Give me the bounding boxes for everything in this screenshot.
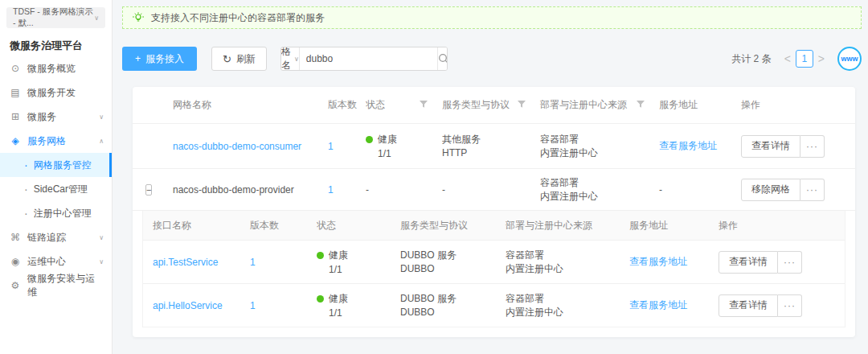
more-actions-button[interactable]: ··· (778, 251, 802, 274)
deploy-source-cell: 容器部署 内置注册中心 (506, 292, 629, 319)
mesh-name-link[interactable]: nacos-dubbo-demo-consumer (173, 141, 301, 152)
sidebar-item-service-mesh[interactable]: ◈ 服务网格 ∧ (0, 129, 112, 153)
table-row: − nacos-dubbo-demo-provider 1 - - 容器部署 内… (133, 169, 855, 211)
microservice-icon: ⊞ (10, 111, 21, 122)
versions-link[interactable]: 1 (328, 184, 334, 196)
row-actions: 查看详情 ··· (719, 251, 835, 274)
total-count: 共计 2 条 (731, 52, 771, 66)
filter-icon[interactable] (518, 100, 526, 111)
refresh-icon: ↻ (223, 53, 231, 65)
col-service-address: 服务地址 (629, 219, 719, 233)
view-address-link[interactable]: 查看服务地址 (659, 140, 717, 151)
view-detail-button[interactable]: 查看详情 (719, 294, 778, 317)
sidebar-item-ops[interactable]: ◉ 运维中心 ∨ (0, 249, 112, 274)
main-content: 支持接入不同注册中心的容器部署的服务 + 服务接入 ↻ 刷新 网格名称 ∨ 共 (113, 0, 868, 354)
sidebar-item-label: 网格服务管控 (34, 158, 92, 172)
platform-title: 微服务治理平台 (10, 39, 112, 53)
status-label: 健康 (329, 249, 348, 262)
search-input[interactable] (300, 47, 437, 70)
sidebar-item-label: 微服务开发 (27, 86, 76, 100)
mesh-icon: ◈ (10, 135, 21, 146)
sidebar-item-trace[interactable]: ⌘ 链路追踪 ∨ (0, 225, 112, 249)
more-actions-button[interactable]: ··· (778, 294, 802, 317)
more-actions-button[interactable]: ··· (800, 135, 825, 158)
sidebar-item-mesh-service-control[interactable]: · 网格服务管控 (0, 153, 112, 177)
col-interface-name: 接口名称 (153, 219, 250, 233)
trace-icon: ⌘ (10, 232, 21, 243)
interface-name-link[interactable]: api.HelloService (153, 300, 223, 311)
sidebar-item-label: 注册中心管理 (34, 207, 92, 220)
versions-link[interactable]: 1 (328, 141, 334, 152)
row-actions: 移除网格 ··· (741, 179, 842, 201)
page-number[interactable]: 1 (796, 50, 813, 68)
refresh-label: 刷新 (236, 52, 256, 66)
chevron-down-icon: ∨ (294, 56, 299, 63)
table-row: nacos-dubbo-demo-consumer 1 健康 1/1 其他服务 … (133, 124, 855, 169)
chevron-down-icon: ∨ (94, 14, 99, 22)
prev-page-icon[interactable]: < (780, 52, 796, 65)
www-widget[interactable]: www (837, 47, 862, 71)
col-service-type: 服务类型与协议 (442, 98, 540, 112)
sidebar-item-install[interactable]: ⚙ 微服务安装与运维 (0, 274, 112, 298)
chevron-down-icon: ∨ (99, 258, 104, 266)
service-type-cell: DUBBO 服务 DUBBO (400, 249, 506, 276)
col-actions: 操作 (719, 219, 835, 233)
view-address-link[interactable]: 查看服务地址 (629, 299, 687, 311)
bullet-icon: · (24, 207, 28, 220)
deploy-source-cell: 容器部署 内置注册中心 (540, 133, 659, 160)
search-field-select[interactable]: 网格名称 ∨ (281, 47, 300, 70)
tip-banner: 支持接入不同注册中心的容器部署的服务 (122, 6, 862, 29)
sidebar-item-label: 链路追踪 (27, 231, 66, 245)
next-page-icon[interactable]: > (813, 52, 829, 65)
view-detail-button[interactable]: 查看详情 (719, 251, 778, 274)
deploy-source-cell: 容器部署 内置注册中心 (506, 249, 629, 276)
col-actions: 操作 (741, 98, 842, 112)
search-button[interactable] (437, 47, 448, 70)
collapse-row-icon[interactable]: − (145, 184, 152, 196)
bullet-icon: · (24, 158, 28, 171)
status-ratio: 1/1 (317, 307, 400, 319)
col-status: 状态 (366, 98, 442, 112)
interface-sub-table: 接口名称 版本数 状态 服务类型与协议 部署与注册中心来源 服务地址 操作 ap… (142, 211, 845, 327)
status-label: 健康 (329, 292, 348, 306)
chevron-up-icon: ∧ (99, 138, 104, 145)
status-healthy-dot (317, 295, 324, 303)
overview-icon: ⊙ (10, 63, 21, 74)
service-address-cell: - (659, 184, 741, 196)
sidebar-item-microservice[interactable]: ⊞ 微服务 ∨ (0, 105, 112, 129)
search-icon (438, 53, 448, 64)
col-versions: 版本数 (250, 219, 317, 233)
deploy-source-cell: 容器部署 内置注册中心 (540, 176, 659, 204)
col-status: 状态 (317, 219, 400, 233)
versions-link[interactable]: 1 (250, 300, 256, 311)
view-detail-button[interactable]: 查看详情 (741, 135, 800, 158)
col-mesh-name: 网格名称 (173, 98, 328, 112)
filter-icon[interactable] (637, 100, 645, 111)
view-address-link[interactable]: 查看服务地址 (629, 256, 687, 267)
col-versions: 版本数 (328, 98, 366, 112)
develop-icon: ▤ (10, 87, 21, 98)
status-cell: 健康 1/1 (366, 133, 442, 159)
lightbulb-icon (133, 12, 144, 23)
sidebar-item-label: 微服务安装与运维 (27, 272, 104, 299)
search-group: 网格名称 ∨ (280, 47, 448, 71)
more-actions-button[interactable]: ··· (800, 179, 825, 201)
sidebar-item-registry[interactable]: · 注册中心管理 (0, 201, 112, 225)
remove-mesh-button[interactable]: 移除网格 (741, 179, 800, 201)
sidebar-item-overview[interactable]: ⊙ 微服务概览 (0, 56, 112, 80)
service-access-button[interactable]: + 服务接入 (122, 47, 197, 71)
sidebar-item-label: 运维中心 (27, 255, 66, 269)
chevron-down-icon: ∨ (99, 234, 104, 241)
row-actions: 查看详情 ··· (741, 135, 842, 158)
filter-icon[interactable] (420, 100, 428, 111)
table-header: 网格名称 版本数 状态 服务类型与协议 部署与注册中心来源 服务地址 (133, 87, 855, 124)
sub-table-row: api.HelloService 1 健康 1/1 DUBBO 服务 DUBBO… (143, 283, 845, 327)
refresh-button[interactable]: ↻ 刷新 (211, 47, 267, 71)
interface-name-link[interactable]: api.TestService (153, 257, 218, 268)
workspace-selector[interactable]: TDSF - 服务网格演示 - 默... ∨ (6, 7, 105, 28)
workspace-label: TDSF - 服务网格演示 - 默... (13, 6, 94, 29)
versions-link[interactable]: 1 (250, 257, 256, 268)
sidebar-item-develop[interactable]: ▤ 微服务开发 (0, 80, 112, 105)
sidebar-item-sidecar[interactable]: · SideCar管理 (0, 177, 112, 201)
status-ratio: 1/1 (317, 264, 400, 275)
